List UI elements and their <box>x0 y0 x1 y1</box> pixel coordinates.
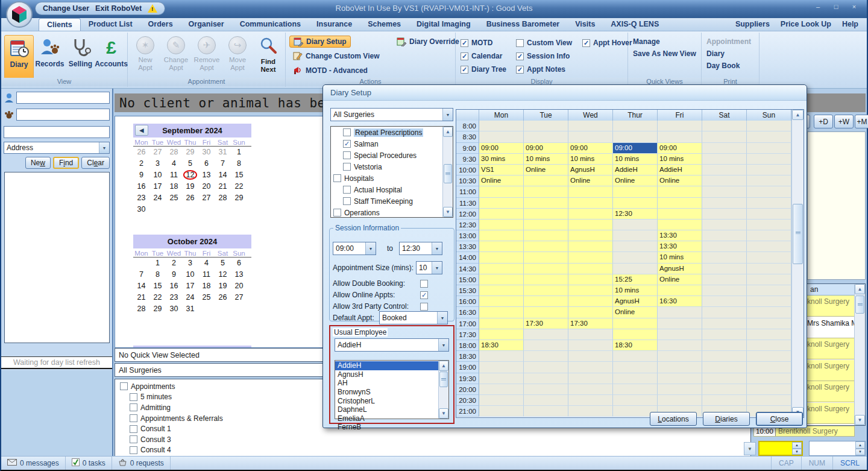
display-check-custom-view[interactable]: Custom View <box>516 36 582 49</box>
schedule-cell-fri-19-00[interactable] <box>658 362 702 373</box>
menu-help[interactable]: Help <box>842 20 858 28</box>
calendar-day[interactable]: 5 <box>182 158 198 169</box>
surgery-vetstoria[interactable]: Vetstoria <box>331 161 442 172</box>
schedule-cell-mon-21-00[interactable] <box>479 406 524 417</box>
employee-option-cristopherl[interactable]: CristopherL <box>335 396 438 405</box>
schedule-cell-thur-18-00[interactable]: 18:30 <box>613 340 658 351</box>
schedule-cell-tue-20-00[interactable] <box>524 384 568 395</box>
calendar-day[interactable]: 1 <box>231 147 247 158</box>
checkbox[interactable] <box>120 382 128 390</box>
calendar-day[interactable]: 31 <box>215 147 231 158</box>
schedule-cell-mon-10-30[interactable]: Online <box>479 175 524 186</box>
calendar-day[interactable]: 8 <box>231 158 247 169</box>
status-0-tasks[interactable]: 0 tasks <box>66 457 112 470</box>
schedule-cell-mon-17-30[interactable] <box>479 329 524 340</box>
schedule-cell-sat-8-00[interactable] <box>702 121 747 131</box>
dialog-title-bar[interactable]: Diary Setup <box>323 85 807 101</box>
schedule-cell-sun-16-00[interactable] <box>747 296 791 307</box>
chevron-down-icon[interactable]: ▼ <box>432 262 442 274</box>
usual-employee-combo[interactable]: AddieH▼ <box>335 338 449 352</box>
schedule-cell-tue-18-00[interactable] <box>524 340 568 351</box>
calendar-day[interactable]: 3 <box>149 158 166 169</box>
schedule-cell-thur-17-30[interactable] <box>613 329 658 340</box>
hidden-combo-arrow-icon[interactable]: ▼ <box>744 442 756 455</box>
client-search-input[interactable] <box>16 92 110 104</box>
schedule-cell-tue-9-30[interactable]: 10 mins <box>524 154 568 165</box>
chevron-down-icon[interactable]: ▼ <box>442 109 453 121</box>
calendar-day[interactable]: 29 <box>182 147 198 158</box>
schedule-cell-thur-8-30[interactable] <box>613 131 658 142</box>
schedule-cell-tue-13-00[interactable] <box>524 230 568 241</box>
schedule-cell-mon-20-30[interactable] <box>479 395 524 406</box>
tab-business-barometer[interactable]: Business Barometer <box>479 18 568 31</box>
calendar-day[interactable]: 3 <box>182 258 198 269</box>
checkbox-checked[interactable]: ✓ <box>516 66 524 74</box>
calendar-day[interactable]: 6 <box>198 158 215 169</box>
address-filter-combo[interactable]: Address ▼ <box>4 142 110 154</box>
calendar-day[interactable]: 28 <box>166 147 182 158</box>
schedule-cell-sat-13-30[interactable] <box>702 241 747 252</box>
menu-suppliers[interactable]: Suppliers <box>735 20 770 28</box>
schedule-cell-fri-10-00[interactable]: AddieH <box>658 165 702 175</box>
calendar-day[interactable]: 30 <box>133 204 149 215</box>
schedule-cell-sat-8-30[interactable] <box>702 131 747 142</box>
schedule-cell-thur-14-30[interactable] <box>613 264 658 274</box>
calendar-day[interactable]: 22 <box>149 292 166 303</box>
calendar-day[interactable]: 21 <box>133 292 149 303</box>
schedule-cell-fri-10-30[interactable]: Online <box>658 175 702 186</box>
checkbox[interactable] <box>333 174 341 182</box>
checkbox[interactable] <box>343 128 351 136</box>
new-client-button[interactable]: New <box>25 157 51 169</box>
calendar-day[interactable]: 4 <box>198 258 215 269</box>
schedule-cell-mon-11-30[interactable] <box>479 198 524 209</box>
schedule-cell-thur-12-30[interactable] <box>613 220 658 230</box>
schedule-cell-mon-20-00[interactable] <box>479 384 524 395</box>
display-check-session-info[interactable]: ✓Session Info <box>516 49 582 63</box>
checkbox-checked[interactable]: ✓ <box>343 140 351 148</box>
schedule-cell-fri-12-30[interactable] <box>658 220 702 230</box>
plus-month-button[interactable]: +M <box>855 115 868 128</box>
checkbox[interactable] <box>516 39 524 47</box>
schedule-cell-tue-17-00[interactable]: 17:30 <box>524 318 568 329</box>
calendar-day[interactable]: 29 <box>231 192 247 204</box>
employee-option-ah[interactable]: AH <box>335 379 438 388</box>
schedule-cell-sun-8-00[interactable] <box>747 121 791 131</box>
checkbox-checked[interactable]: ✓ <box>461 66 468 74</box>
scroll-down-icon[interactable]: ▼ <box>443 207 453 217</box>
calendar-day[interactable]: 9 <box>133 169 149 181</box>
calendar-day[interactable]: 25 <box>166 192 182 204</box>
tab-axis-q-lens[interactable]: AXIS-Q LENS <box>603 18 667 31</box>
schedule-cell-sat-15-00[interactable] <box>702 274 747 285</box>
calendar-day[interactable]: 20 <box>198 181 215 192</box>
plus-day-button[interactable]: +D <box>814 115 833 128</box>
schedule-cell-wed-10-30[interactable]: Online <box>568 175 613 186</box>
checkbox-checked[interactable]: ✓ <box>461 39 468 47</box>
schedule-cell-fri-9-00[interactable]: 09:00 <box>658 143 702 154</box>
schedule-cell-wed-16-30[interactable] <box>568 307 613 318</box>
schedule-cell-sat-10-30[interactable] <box>702 175 747 186</box>
calendar-day[interactable]: 7 <box>133 269 149 280</box>
schedule-cell-wed-13-00[interactable] <box>568 230 613 241</box>
schedule-cell-sun-17-00[interactable] <box>747 318 791 329</box>
calendar-day[interactable]: 11 <box>198 269 215 280</box>
schedule-cell-sun-10-00[interactable] <box>747 165 791 175</box>
day-list-scrollbar[interactable]: ▲ ▼ <box>854 284 865 425</box>
calendar-day[interactable]: 25 <box>198 292 215 303</box>
schedule-cell-sat-11-30[interactable] <box>702 198 747 209</box>
calendar-day[interactable]: 26 <box>182 192 198 204</box>
checkbox[interactable] <box>420 303 428 311</box>
calendar-day[interactable]: 30 <box>166 303 182 315</box>
schedule-cell-tue-10-30[interactable] <box>524 175 568 186</box>
schedule-cell-sun-14-30[interactable] <box>747 264 791 274</box>
schedule-cell-sat-16-30[interactable] <box>702 307 747 318</box>
save-as-new-view-button[interactable]: Save As New View <box>633 49 696 58</box>
schedule-cell-wed-11-30[interactable] <box>568 198 613 209</box>
checkbox[interactable] <box>420 280 428 288</box>
calendar-day[interactable]: 4 <box>166 158 182 169</box>
schedule-cell-sun-10-30[interactable] <box>747 175 791 186</box>
schedule-cell-fri-13-30[interactable]: 13:30 <box>658 241 702 252</box>
tab-insurance[interactable]: Insurance <box>309 18 360 31</box>
schedule-cell-mon-13-30[interactable] <box>479 241 524 252</box>
calendar-day[interactable]: 28 <box>215 192 231 204</box>
schedule-cell-wed-12-00[interactable] <box>568 209 613 220</box>
